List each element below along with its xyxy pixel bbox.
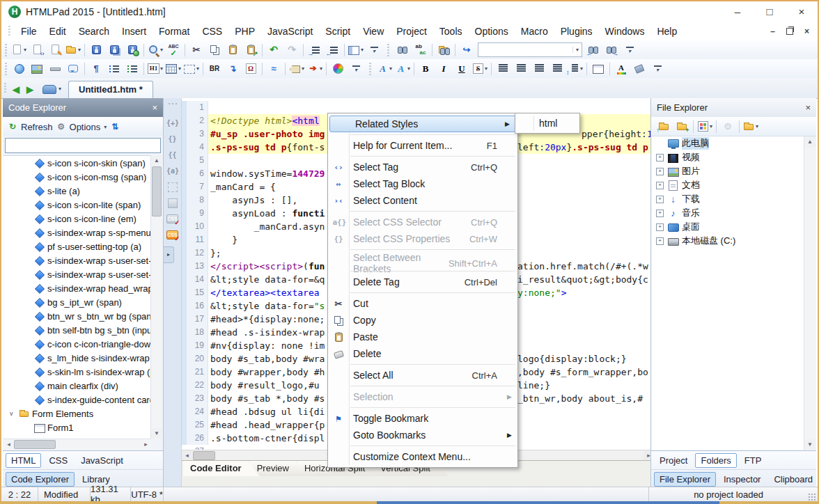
right-group-tab-project[interactable]: Project [654,453,693,468]
replace-button[interactable]: abac [412,42,430,58]
submenu-item-html[interactable]: html [515,116,579,131]
code-explorer-close-icon[interactable]: × [152,102,157,113]
context-menu-item-delete[interactable]: Delete [328,345,517,362]
folder-up-button[interactable]: ↑ [655,118,673,135]
italic-button[interactable]: I [435,61,453,77]
tree-item-c-icon-c-icon-triangle-dow[interactable]: c-icon c-icon-triangle-dow [3,337,151,351]
doc-type-tab-css[interactable]: CSS [43,453,73,468]
file-explorer-close-icon[interactable]: × [805,102,811,113]
menu-windows[interactable]: Windows [599,26,651,37]
dropdown-arrow-icon[interactable]: ▾ [756,123,758,129]
dropdown-arrow-icon[interactable]: ▾ [24,47,26,53]
open-file-button[interactable]: ▾ [64,42,82,58]
fe-item-video[interactable]: +视频 [652,150,804,164]
menu-file[interactable]: File [15,26,43,37]
context-menu-item-cut[interactable]: ✂Cut [328,295,517,312]
context-menu-item-select-tag[interactable]: ‹›Select TagCtrl+Q [328,159,517,175]
toolbar-group-handle[interactable] [369,63,371,75]
tree-item-s-isindex-wrap-head-wrapp[interactable]: s-isindex-wrap head_wrapp [3,281,151,295]
toolbar-overflow-button[interactable]: ▾ [621,42,639,58]
menu-script[interactable]: Script [319,26,357,37]
gear-icon[interactable]: ⚙ [56,121,67,132]
scroll-left-icon[interactable]: ◂ [182,450,192,461]
dropdown-arrow-icon[interactable]: ▾ [178,65,181,72]
menu-help[interactable]: Help [650,26,683,37]
special-character-button[interactable]: Ω [242,61,260,77]
mdi-close-button[interactable]: × [804,26,809,36]
fe-item-download[interactable]: +↓下载 [652,192,804,206]
code-explorer-vscrollbar[interactable]: ▲ ▼ [150,155,162,439]
edit-document-button[interactable]: ✎ [46,42,64,58]
dropdown-arrow-icon[interactable]: ▾ [320,65,322,72]
dropdown-arrow-icon[interactable]: ▾ [160,65,163,72]
heading-button[interactable]: H1▾ [146,61,164,77]
dropdown-arrow-icon[interactable]: ▾ [361,47,364,53]
form-elements-button[interactable] [589,61,607,77]
find-button[interactable] [393,42,412,58]
new-web-document-button[interactable]: ‹› [28,42,46,58]
bold-button[interactable]: B [416,61,435,77]
save-all-button[interactable] [105,42,123,58]
collapse-panel-icon[interactable]: ▸ [164,246,174,263]
folder-browse-button[interactable]: ▾ [742,118,760,135]
outdent-button[interactable]: ← [324,42,342,58]
line-spacing-button[interactable]: ↕▾ [566,61,584,77]
resize-grip[interactable] [808,493,816,501]
refresh-icon[interactable]: ↻ [7,121,18,132]
refresh-button[interactable]: Refresh [21,122,53,132]
indent-button[interactable]: → [306,42,324,58]
comment-button[interactable] [64,61,82,77]
toolbar-overflow-button[interactable]: ▾ [365,42,383,58]
paragraph-button[interactable]: ¶ [87,61,105,77]
tree-item-s-icon-s-icon-lite-span[interactable]: s-icon s-icon-lite (span) [3,198,151,212]
dropdown-arrow-icon[interactable]: ▾ [580,65,583,72]
horizontal-rule-button[interactable] [46,61,64,77]
context-menu-item-select-all[interactable]: Select AllCtrl+A [328,367,517,384]
toolbar-overflow-button[interactable]: ▾ [347,61,365,77]
save-button[interactable] [87,42,105,58]
tree-item-s-isindex-wrap-s-sp-menu[interactable]: s-isindex-wrap s-sp-menu ( [3,226,151,239]
table-button[interactable]: ▾ [164,61,182,77]
maximize-button[interactable]: □ [754,1,786,22]
fe-item-music[interactable]: +♪音乐 [652,206,804,220]
dropdown-arrow-icon[interactable]: ▾ [160,47,163,53]
tree-item-s-icon-s-icon-line-em[interactable]: s-icon s-icon-line (em) [3,212,151,226]
dropdown-arrow-icon[interactable]: ▾ [485,65,488,72]
expand-icon[interactable]: + [656,154,664,162]
scroll-thumb[interactable] [193,451,215,460]
scroll-right-icon[interactable]: ▸ [141,439,151,450]
underline-button[interactable]: U [453,61,471,77]
font-color-button[interactable]: A [612,61,630,77]
menu-php[interactable]: PHP [228,26,261,37]
fe-item-picture[interactable]: +图片 [652,164,804,178]
context-menu-item-copy[interactable]: Copy [328,312,517,329]
search-combobox[interactable]: ▾ [478,42,582,57]
tree-item-form1[interactable]: Form1 [3,420,151,434]
tree-item-s-isindex-wrap-s-user-set-m[interactable]: s-isindex-wrap s-user-set-m [3,253,151,267]
menu-macro[interactable]: Macro [515,26,554,37]
code-explorer-filter-input[interactable] [5,138,161,153]
tree-item-btn-self-btn-bg-s-btn-input[interactable]: btn self-btn bg s_btn (input [3,323,151,337]
context-menu-item-customize-context-menu[interactable]: Customize Context Menu... [328,448,517,465]
find-next-button[interactable]: → [602,42,621,58]
paste-as-html-button[interactable]: ↗ [242,42,260,58]
menu-tools[interactable]: Tools [433,26,469,37]
doc-type-tab-javascript[interactable]: JavaScript [75,453,129,468]
navigate-forward-icon[interactable]: ▶ [23,84,37,95]
mdi-restore-button[interactable] [786,28,793,35]
strikethrough-button[interactable]: S▾ [471,61,489,77]
cut-button[interactable]: ✂ [187,42,205,58]
expand-icon[interactable]: + [656,182,664,189]
context-menu-item-toggle-bookmark[interactable]: ⚑Toggle Bookmark [328,410,517,427]
scroll-thumb[interactable] [152,166,162,216]
scroll-up-icon[interactable]: ▲ [804,136,816,147]
find-previous-button[interactable]: ← [584,42,602,58]
context-menu-item-select-content[interactable]: ›‹Select Content [328,192,517,209]
right-panel-tab-file-explorer[interactable]: File Explorer [654,472,716,487]
fe-item-doc[interactable]: +文档 [652,178,804,192]
find-in-files-button[interactable] [435,42,453,58]
non-breaking-space-button[interactable]: ↴ [224,61,242,77]
undo-button[interactable]: ↶ [265,42,283,58]
scroll-down-icon[interactable]: ▼ [151,428,162,439]
code-sweeper-button[interactable]: ≈ [265,61,283,77]
